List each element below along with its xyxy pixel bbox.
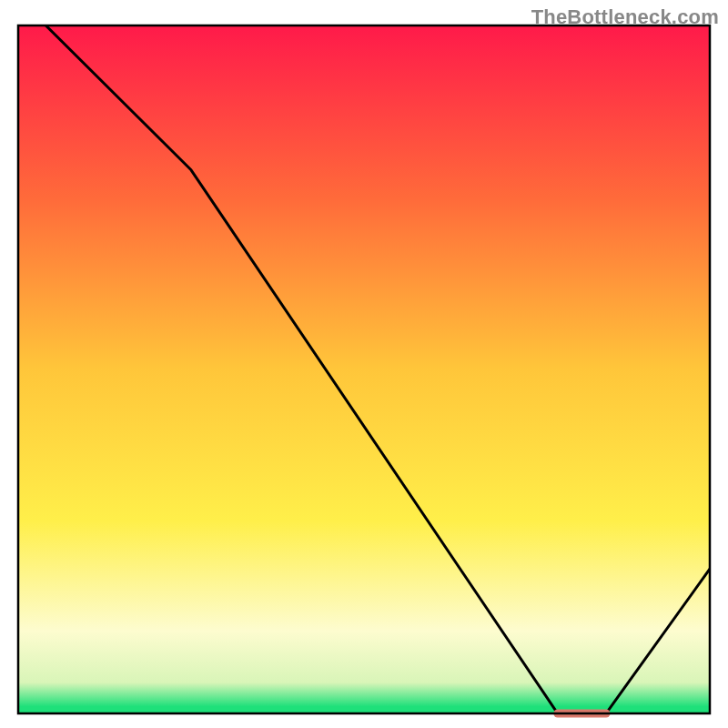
- plot-background: [18, 25, 710, 713]
- bottleneck-chart: [0, 0, 728, 728]
- chart-container: TheBottleneck.com: [0, 0, 728, 728]
- watermark-text: TheBottleneck.com: [531, 5, 719, 29]
